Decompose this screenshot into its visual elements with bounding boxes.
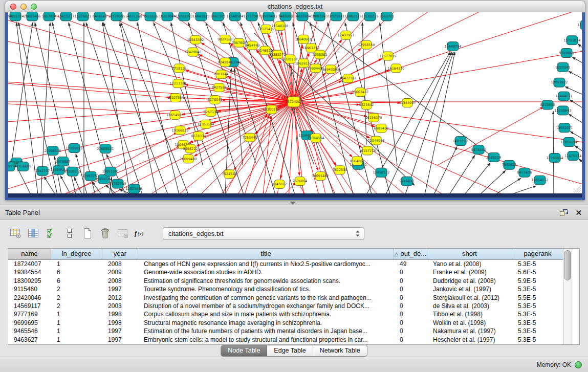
graph-node[interactable]: 15751874 <box>563 36 580 45</box>
graph-node[interactable]: 11548104 <box>226 12 243 21</box>
graph-node[interactable]: 17016504 <box>560 138 577 147</box>
graph-node[interactable]: 9245012 <box>272 180 287 189</box>
graph-node[interactable]: 15722283 <box>176 12 192 21</box>
show-columns-button[interactable] <box>26 226 41 240</box>
graph-node[interactable]: 11544997 <box>399 99 416 107</box>
graph-node[interactable]: 14671358 <box>125 12 142 21</box>
graph-node[interactable]: 2367608 <box>232 38 247 47</box>
graph-node[interactable]: 18640910 <box>295 35 312 43</box>
graph-node[interactable]: 12353594 <box>197 120 214 128</box>
graph-node[interactable]: 9474444 <box>471 145 486 155</box>
graph-node[interactable]: 12444151 <box>555 92 572 101</box>
graph-node[interactable]: 12437957 <box>337 31 354 39</box>
graph-node[interactable]: 16164370 <box>387 64 404 73</box>
column-header-year[interactable]: year <box>102 249 138 259</box>
graph-node[interactable]: 9227341 <box>556 62 571 72</box>
table-row[interactable]: 1938455462009Genome-wide association stu… <box>8 268 563 276</box>
network-canvas[interactable]: 2405572420691406595785410655257152760218… <box>8 12 582 193</box>
table-row[interactable]: 1456911722003Disruption of a novel membe… <box>8 302 563 310</box>
table-row[interactable]: 969969511998Structural magnetic resonanc… <box>8 319 563 327</box>
table-row[interactable]: 1872400712008Changes of HCN gene express… <box>8 260 563 268</box>
graph-node[interactable]: 17359928 <box>66 144 82 153</box>
graph-node[interactable]: 7526064 <box>293 177 308 186</box>
float-panel-icon[interactable] <box>559 209 568 216</box>
new-table-button[interactable] <box>80 226 95 240</box>
column-header-out_de[interactable]: △out_de... <box>394 249 427 259</box>
table-row[interactable]: 977716911998Corpus callosum shape and si… <box>8 310 563 318</box>
delete-table-button[interactable] <box>98 226 113 240</box>
select-columns-button[interactable] <box>44 226 59 240</box>
column-header-short[interactable]: short <box>427 249 512 259</box>
column-header-pagerank[interactable]: pagerank <box>512 249 563 259</box>
table-row[interactable]: 911546021997Tourette syndrome. Phenomeno… <box>8 285 563 293</box>
graph-node[interactable]: 20691406 <box>24 12 40 21</box>
graph-node[interactable]: 8215958 <box>540 100 555 110</box>
graph-node[interactable]: 9853321 <box>380 12 395 21</box>
import-table-button-disabled[interactable] <box>116 226 131 240</box>
graph-node[interactable]: 9827568 <box>218 35 233 43</box>
graph-node[interactable]: 16099489 <box>180 155 197 163</box>
graph-node[interactable]: 19654985 <box>166 111 183 119</box>
graph-node[interactable]: 16962125 <box>344 12 361 21</box>
graph-node[interactable]: 8466160 <box>93 12 107 21</box>
graph-node[interactable]: 8678334 <box>191 132 206 140</box>
close-panel-icon[interactable]: ✕ <box>575 205 582 220</box>
graph-node[interactable]: 15276021 <box>74 12 91 21</box>
graph-node[interactable]: 22608521 <box>97 144 114 154</box>
graph-node[interactable]: 17103654 <box>546 153 563 162</box>
graph-node[interactable]: 13992071 <box>556 123 573 133</box>
graph-node[interactable]: 12450122 <box>373 168 389 177</box>
graph-node[interactable]: 16156379 <box>365 113 382 122</box>
graph-node[interactable]: 15588219 <box>361 12 378 21</box>
graph-node[interactable]: 7932621 <box>502 160 517 169</box>
graph-node[interactable]: 18313044 <box>159 12 176 21</box>
scrollbar-thumb[interactable] <box>564 250 571 280</box>
graph-node[interactable]: 16943093 <box>322 65 339 74</box>
table-selector-dropdown[interactable]: citations_edges.txt <box>163 227 364 240</box>
column-header-title[interactable]: title <box>138 249 394 259</box>
graph-node[interactable]: 18697243 <box>311 12 328 21</box>
table-settings-button[interactable] <box>8 226 24 240</box>
graph-node[interactable]: 11173401 <box>577 20 582 30</box>
tab-network-table[interactable]: Network Table <box>313 345 367 356</box>
graph-node[interactable]: 5957854 <box>42 12 57 21</box>
graph-node[interactable]: 16432167 <box>339 74 356 83</box>
graph-node[interactable]: 2718126 <box>172 64 187 73</box>
table-row[interactable]: 1830029562008Estimation of significance … <box>8 277 563 285</box>
graph-node[interactable]: 9329968 <box>559 49 574 58</box>
row-height-button[interactable] <box>62 226 77 240</box>
graph-node[interactable]: 24055724 <box>8 12 24 21</box>
graph-node[interactable]: 10973493 <box>260 12 277 21</box>
graph-node[interactable]: 9245032 <box>400 177 415 186</box>
graph-node[interactable]: 9975887 <box>56 157 71 166</box>
tab-node-table[interactable]: Node Table <box>221 345 267 356</box>
graph-node[interactable]: 2935114 <box>487 152 502 162</box>
table-vertical-scrollbar[interactable] <box>563 249 572 344</box>
graph-node[interactable]: 18724007 <box>285 97 302 107</box>
graph-node[interactable]: 10655257 <box>57 12 74 21</box>
graph-node[interactable]: 10719155 <box>108 12 125 21</box>
graph-node[interactable]: 18107554 <box>167 94 184 102</box>
table-row[interactable]: 946362711997Embryonic stem cells: a mode… <box>8 336 563 344</box>
table-row[interactable]: 2242004622012Investigating the contribut… <box>8 294 563 302</box>
graph-node[interactable]: 12093822 <box>551 78 568 87</box>
resize-grip[interactable] <box>574 186 581 192</box>
table-row[interactable]: 946554611997Estimation of the future num… <box>8 327 563 335</box>
graph-node[interactable]: 7515526 <box>143 12 158 21</box>
graph-node[interactable]: 7485083 <box>278 12 293 21</box>
network-window-titlebar[interactable]: citations_edges.txt <box>5 1 585 13</box>
graph-node[interactable]: 15648794 <box>444 42 461 51</box>
column-header-name[interactable]: name <box>8 249 51 259</box>
memory-status-indicator[interactable] <box>575 361 582 368</box>
function-builder-button[interactable]: f (x) <box>134 226 149 240</box>
graph-node[interactable]: 16157278 <box>359 146 376 155</box>
tab-edge-table[interactable]: Edge Table <box>267 345 313 356</box>
graph-node[interactable]: 9861301 <box>211 12 226 21</box>
graph-node[interactable]: 12217987 <box>243 12 260 21</box>
graph-node[interactable]: 10654112 <box>531 176 548 185</box>
column-header-in_degree[interactable]: in_degree <box>51 249 102 259</box>
graph-node[interactable]: 8471676 <box>517 168 532 177</box>
graph-node[interactable]: 16210643 <box>554 106 571 115</box>
graph-node[interactable]: 1342737 <box>35 166 50 176</box>
graph-node[interactable]: 6879197 <box>453 137 468 146</box>
